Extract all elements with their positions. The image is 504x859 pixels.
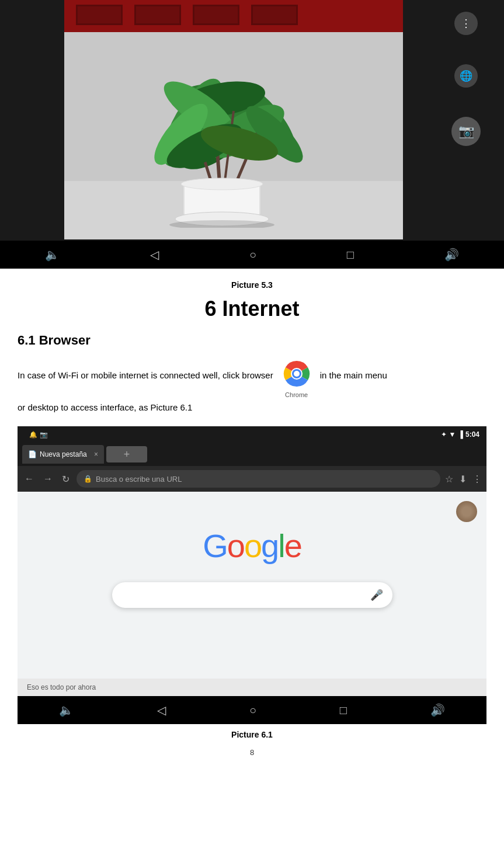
google-search-bar[interactable]: 🎤 [112,582,392,608]
home-icon[interactable]: ○ [249,248,256,262]
back-icon[interactable]: ◁ [150,248,159,262]
browser-tab-bar[interactable]: 📄 Nueva pestaña × + [18,443,486,466]
browser-menu-icon[interactable]: ⋮ [472,474,482,485]
phone-nav-bar-top: 🔈 ◁ ○ □ 🔊 [0,241,504,269]
picture-5-3-caption: Picture 5.3 [18,280,486,290]
google-letter-l: l [278,527,284,564]
status-time: 5:04 [465,430,479,439]
svg-point-22 [294,371,300,377]
browser-tab[interactable]: 📄 Nueva pestaña × [22,445,104,464]
google-letter-o2: o [244,527,261,564]
chapter-title: 6 Internet [18,297,486,321]
browser-avatar[interactable] [456,501,477,522]
google-letter-e: e [284,527,301,564]
camera-icon[interactable]: 📷 [451,117,481,146]
google-letter-g2: g [261,527,278,564]
google-letter-o1: o [227,527,244,564]
google-logo: Google [203,527,301,565]
recents-icon[interactable]: □ [347,248,354,262]
picture-6-1-caption: Picture 6.1 [18,730,486,739]
tab-favicon-icon: 📄 [28,450,36,458]
browser-back-button[interactable]: ← [22,474,36,484]
address-input[interactable]: 🔒 Busca o escribe una URL [77,470,440,488]
volume-up-icon: 🔊 [444,248,459,262]
home-icon-2[interactable]: ○ [249,704,256,717]
inline-text-with-icon: In case of Wi-Fi or mobile internet is c… [18,357,486,398]
body-text-2: in the main menu [320,368,387,382]
address-bar-actions: ☆ ⬇ ⋮ [445,474,482,485]
new-tab-button[interactable]: + [106,446,147,462]
phone-screenshot-browser: 🔔 📷 ✦ ▼ ▐ 5:04 📄 Nueva pestaña × + ← [18,426,486,724]
recents-icon-2[interactable]: □ [340,704,347,717]
body-text-3: or desktop to access interface, as Pictu… [18,401,486,415]
chrome-label: Chrome [285,391,308,398]
status-icons: ✦ ▼ ▐ 5:04 [441,430,479,439]
google-letter-g: G [203,527,227,564]
browser-bottom-bar: Eso es todo por ahora [18,679,486,696]
doc-content: Picture 5.3 6 Internet 6.1 Browser In ca… [0,269,504,774]
section-title: 6.1 Browser [18,333,486,348]
menu-icon[interactable]: ⋮ [454,12,478,35]
lock-icon: 🔒 [84,475,92,483]
microphone-icon[interactable]: 🎤 [370,589,383,601]
bottom-bar-text: Eso es todo por ahora [27,683,96,691]
vol-down-icon-2: 🔈 [59,703,74,717]
browser-forward-button[interactable]: → [41,474,55,484]
right-panel: ⋮ 🌐 📷 [428,0,504,245]
browser-content-area: Google 🎤 [18,492,486,679]
chrome-icon-container: Chrome [280,357,313,398]
browser-address-bar: ← → ↻ 🔒 Busca o escribe una URL ☆ ⬇ ⋮ [18,466,486,492]
download-icon[interactable]: ⬇ [459,474,467,485]
tab-close-button[interactable]: × [94,450,98,458]
page-number: 8 [18,748,486,757]
address-text: Busca o escribe una URL [96,475,433,484]
phone-nav-bar-browser: 🔈 ◁ ○ □ 🔊 [18,696,486,724]
back-icon-2[interactable]: ◁ [157,703,166,717]
browser-refresh-button[interactable]: ↻ [60,474,72,485]
tab-title: Nueva pestaña [40,450,91,458]
browser-status-bar: 🔔 📷 ✦ ▼ ▐ 5:04 [18,426,486,443]
body-paragraph: In case of Wi-Fi or mobile internet is c… [18,357,486,415]
svg-point-16 [181,178,263,190]
vol-up-icon-2: 🔊 [430,703,445,717]
bluetooth-icon: ✦ [441,430,447,439]
globe-icon: 🌐 [454,64,478,88]
body-text-1: In case of Wi-Fi or mobile internet is c… [18,368,273,382]
favorite-icon[interactable]: ☆ [445,474,453,485]
chrome-icon [280,357,313,390]
signal-icon: ▐ [458,430,463,439]
plant-svg [99,18,368,228]
volume-down-icon: 🔈 [45,248,60,262]
wifi-icon: ▼ [449,430,456,439]
phone-screenshot-top: ⋮ 🌐 📷 🔈 ◁ ○ □ 🔊 [0,0,504,269]
